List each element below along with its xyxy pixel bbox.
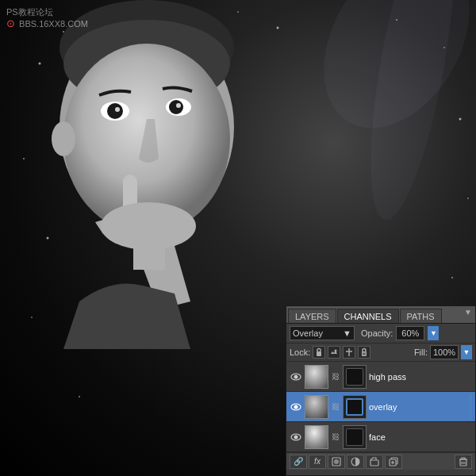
layer-effects-button[interactable]: fx [309, 455, 326, 469]
layer-name-face: face [369, 432, 472, 442]
panel-collapse-button[interactable]: ▼ [464, 308, 472, 317]
add-mask-button[interactable] [328, 455, 345, 469]
panel-tabs: LAYERS CHANNELS PATHS ▼ [286, 306, 475, 324]
watermark-line2: ⊙ BBS.16XX8.COM [6, 17, 88, 29]
fill-label: Fill: [414, 347, 428, 357]
opacity-dropdown-arrow[interactable]: ▼ [428, 326, 439, 340]
layer-row-highpass[interactable]: ⛓ high pass [286, 362, 475, 392]
svg-point-14 [467, 198, 469, 199]
svg-point-15 [451, 277, 453, 278]
blend-mode-select[interactable]: Overlay ▼ [290, 326, 355, 340]
layer-selected-indicator [469, 393, 472, 420]
layer-mask-overlay [343, 395, 367, 419]
new-group-button[interactable] [366, 455, 383, 469]
layer-chain-face: ⛓ [331, 431, 340, 443]
layers-panel: LAYERS CHANNELS PATHS ▼ Overlay ▼ Opacit… [286, 305, 476, 476]
layer-name-highpass: high pass [369, 372, 472, 382]
watermark-line1: PS教程论坛 [6, 6, 53, 18]
tab-channels[interactable]: CHANNELS [337, 309, 399, 323]
svg-rect-47 [370, 460, 378, 466]
new-layer-button[interactable] [385, 455, 402, 469]
tab-layers[interactable]: LAYERS [288, 309, 336, 323]
panel-toolbar: 🔗 fx [286, 452, 475, 470]
fill-dropdown-arrow[interactable]: ▼ [461, 345, 472, 359]
svg-point-23 [107, 103, 123, 119]
watermark-line2-text: BBS.16XX8.COM [19, 19, 88, 29]
layer-mask-face [343, 425, 367, 449]
svg-point-41 [294, 405, 298, 409]
svg-point-33 [335, 350, 337, 352]
layer-row-overlay[interactable]: ⛓ overlay [286, 392, 475, 422]
lock-label: Lock: [290, 347, 310, 357]
layer-thumb-overlay [305, 395, 328, 419]
blend-mode-value: Overlay [293, 328, 323, 338]
layer-thumb-face [305, 425, 328, 449]
layer-chain-overlay: ⛓ [331, 401, 340, 413]
svg-point-27 [176, 103, 181, 108]
svg-rect-37 [363, 353, 366, 355]
opacity-label: Opacity: [361, 328, 393, 338]
blend-mode-row: Overlay ▼ Opacity: 60% ▼ [286, 324, 475, 344]
svg-point-39 [294, 374, 298, 378]
svg-point-31 [52, 121, 75, 156]
svg-point-13 [459, 118, 462, 121]
lock-row: Lock: Fill: 100% ▼ [286, 344, 475, 362]
lock-image-icon[interactable] [328, 346, 340, 359]
layer-visibility-face[interactable] [290, 431, 302, 443]
fill-input[interactable]: 100% [430, 345, 459, 359]
layer-name-overlay: overlay [369, 402, 466, 412]
layer-mask-highpass [343, 365, 367, 389]
new-adjustment-button[interactable] [347, 455, 364, 469]
svg-point-26 [169, 100, 183, 114]
svg-point-24 [115, 107, 120, 112]
delete-layer-button[interactable] [455, 455, 472, 469]
layer-visibility-highpass[interactable] [290, 370, 302, 383]
svg-point-30 [101, 202, 196, 250]
link-layers-button[interactable]: 🔗 [290, 455, 307, 469]
person-figure [0, 0, 301, 476]
opacity-input[interactable]: 60% [396, 326, 424, 340]
layer-visibility-overlay[interactable] [290, 401, 302, 413]
blend-mode-arrow: ▼ [343, 328, 351, 338]
tab-paths[interactable]: PATHS [400, 309, 442, 323]
lock-all-icon[interactable] [358, 346, 370, 359]
svg-rect-32 [317, 351, 321, 356]
layers-list: ⛓ high pass ⛓ overlay [286, 362, 475, 452]
svg-point-43 [294, 435, 298, 439]
layer-thumb-highpass [305, 365, 328, 389]
lock-pixel-icon[interactable] [313, 346, 325, 359]
layer-row-face[interactable]: ⛓ face [286, 422, 475, 452]
svg-point-45 [334, 459, 339, 464]
layer-chain-highpass: ⛓ [331, 370, 340, 383]
lock-position-icon[interactable] [343, 346, 355, 359]
